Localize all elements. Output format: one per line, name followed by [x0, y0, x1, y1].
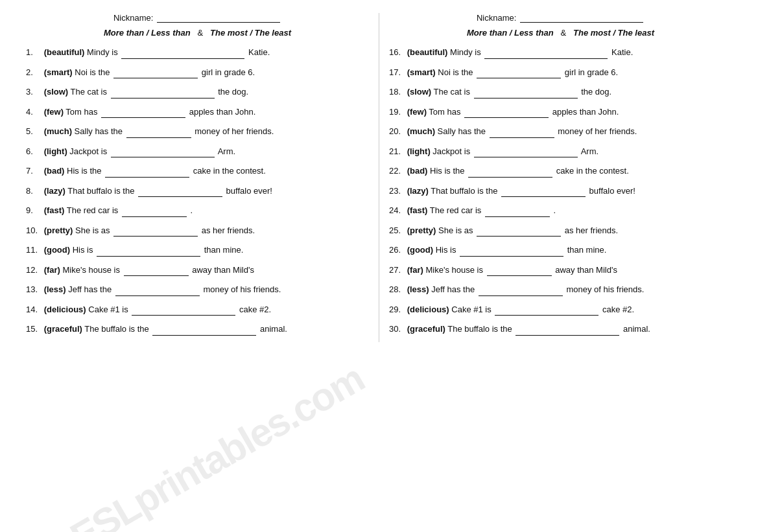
question-end: Katie.: [611, 47, 633, 57]
answer-blank: [122, 203, 187, 217]
page-wrapper: Nickname: More than / Less than & The mo…: [19, 13, 739, 342]
list-item: 21. (light) Jackpot is Arm.: [389, 145, 732, 158]
question-num: 15.: [26, 323, 41, 336]
nickname-right: Nickname:: [389, 13, 732, 23]
question-sentence: The cat is: [434, 87, 470, 97]
question-keyword: (graceful): [407, 324, 445, 334]
list-item: 6. (light) Jackpot is Arm.: [26, 145, 369, 158]
list-item: 26. (good) His is than mine.: [389, 243, 732, 257]
question-num: 26.: [389, 244, 405, 257]
question-end: as her friends.: [565, 226, 618, 235]
list-item: 14. (delicious) Cake #1 is cake #2.: [26, 303, 369, 316]
answer-blank: [101, 105, 185, 119]
answer-blank: [152, 322, 256, 336]
answer-blank: [460, 243, 563, 257]
question-end: apples than John.: [189, 107, 256, 117]
question-num: 19.: [389, 106, 405, 119]
question-num: 16.: [389, 46, 405, 59]
answer-blank: [477, 224, 561, 237]
question-keyword: (less): [407, 284, 429, 294]
question-num: 2.: [26, 66, 41, 79]
question-num: 1.: [26, 46, 41, 59]
question-keyword: (smart): [407, 67, 436, 77]
list-item: 2. (smart) Noi is the girl in grade 6.: [26, 65, 369, 79]
answer-blank: [490, 124, 554, 138]
question-num: 29.: [389, 303, 405, 316]
question-num: 3.: [26, 86, 41, 98]
question-end: money of his friends.: [203, 284, 281, 294]
question-num: 25.: [389, 224, 405, 237]
question-num: 8.: [26, 185, 41, 198]
question-end: .: [191, 205, 193, 215]
question-sentence: Cake #1 is: [451, 305, 491, 314]
list-item: 12. (far) Mike's house is away than Mild…: [26, 263, 369, 277]
answer-blank: [495, 303, 598, 316]
question-sentence: Sally has the: [75, 126, 123, 136]
question-end: away than Mild's: [192, 265, 254, 275]
question-keyword: (fast): [44, 205, 65, 215]
list-item: 1. (beautiful) Mindy is Katie.: [26, 45, 369, 59]
question-end: as her friends.: [202, 226, 255, 235]
question-num: 5.: [26, 125, 41, 138]
left-questions-list: 1. (beautiful) Mindy is Katie.2. (smart)…: [26, 45, 369, 336]
question-end: buffalo ever!: [589, 186, 635, 196]
question-end: buffalo ever!: [226, 186, 272, 196]
question-sentence: Jackpot is: [69, 146, 107, 156]
list-item: 10. (pretty) She is as as her friends.: [26, 224, 369, 237]
question-end: animal.: [260, 324, 287, 334]
subtitle-right: More than / Less than & The most / The l…: [389, 28, 732, 38]
question-keyword: (pretty): [44, 226, 73, 235]
answer-blank: [105, 164, 189, 178]
question-num: 13.: [26, 283, 41, 296]
question-sentence: His is: [73, 245, 93, 255]
question-sentence: That buffalo is the: [67, 186, 134, 196]
question-end: money of her friends.: [558, 126, 637, 136]
question-sentence: Jackpot is: [432, 146, 470, 156]
list-item: 7. (bad) His is the cake in the contest.: [26, 164, 369, 178]
list-item: 30. (graceful) The buffalo is the animal…: [389, 322, 732, 336]
question-end: cake #2.: [602, 305, 634, 314]
answer-blank: [97, 243, 200, 257]
question-keyword: (smart): [44, 67, 73, 77]
right-questions-list: 16. (beautiful) Mindy is Katie.17. (smar…: [389, 45, 732, 336]
answer-blank: [479, 283, 563, 296]
question-num: 24.: [389, 204, 405, 217]
question-keyword: (bad): [44, 166, 65, 176]
answer-blank: [115, 283, 200, 296]
watermark: ESLprintables.com: [63, 356, 372, 532]
question-keyword: (few): [44, 107, 64, 117]
list-item: 4. (few) Tom has apples than John.: [26, 105, 369, 119]
question-sentence: Mindy is: [450, 47, 481, 57]
answer-blank: [121, 45, 244, 59]
nickname-blank-right: [520, 22, 643, 23]
question-keyword: (pretty): [407, 226, 436, 235]
question-keyword: (delicious): [44, 305, 86, 314]
question-end: than mine.: [204, 245, 244, 255]
question-keyword: (graceful): [44, 324, 82, 334]
answer-blank: [484, 45, 608, 59]
nickname-blank-left: [157, 22, 280, 23]
question-keyword: (beautiful): [407, 47, 448, 57]
question-sentence: Mindy is: [87, 47, 118, 57]
list-item: 25. (pretty) She is as as her friends.: [389, 224, 732, 237]
list-item: 23. (lazy) That buffalo is the buffalo e…: [389, 184, 732, 198]
question-keyword: (bad): [407, 166, 428, 176]
question-num: 17.: [389, 66, 405, 79]
list-item: 8. (lazy) That buffalo is the buffalo ev…: [26, 184, 369, 198]
answer-blank: [515, 322, 619, 336]
question-sentence: Jeff has the: [68, 284, 112, 294]
answer-blank: [126, 124, 191, 138]
question-end: Arm.: [581, 146, 598, 156]
list-item: 28. (less) Jeff has the money of his fri…: [389, 283, 732, 296]
list-item: 11. (good) His is than mine.: [26, 243, 369, 257]
question-sentence: Sally has the: [438, 126, 486, 136]
list-item: 19. (few) Tom has apples than John.: [389, 105, 732, 119]
question-num: 22.: [389, 165, 405, 178]
answer-blank: [113, 65, 198, 79]
answer-blank: [113, 224, 198, 237]
question-keyword: (good): [407, 245, 433, 255]
question-end: money of her friends.: [195, 126, 274, 136]
list-item: 22. (bad) His is the cake in the contest…: [389, 164, 732, 178]
question-num: 20.: [389, 125, 405, 138]
question-num: 11.: [26, 244, 41, 257]
